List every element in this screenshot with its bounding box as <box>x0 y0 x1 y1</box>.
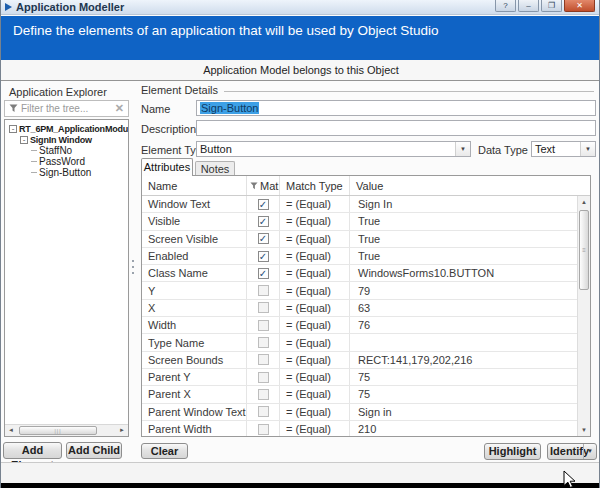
value-cell: True <box>350 231 577 247</box>
identify-button[interactable]: Identify ▼ <box>547 443 597 460</box>
mouse-cursor <box>563 470 577 488</box>
table-row[interactable]: X= (Equal)63 <box>142 300 577 317</box>
match-checkbox[interactable] <box>258 302 269 313</box>
match-checkbox-cell <box>247 300 280 316</box>
match-checkbox[interactable] <box>258 354 269 365</box>
help-button[interactable]: ? <box>495 0 516 12</box>
data-type-dropdown[interactable]: Text ▼ <box>531 141 596 157</box>
match-checkbox[interactable] <box>258 372 269 383</box>
divider <box>224 91 594 92</box>
value-cell <box>350 334 577 350</box>
scroll-left-icon[interactable]: ◄ <box>5 425 17 436</box>
tab-attributes[interactable]: Attributes <box>141 158 193 176</box>
match-checkbox-cell <box>247 386 280 402</box>
match-checkbox[interactable]: ✓ <box>258 216 269 227</box>
element-details-title: Element Details <box>141 84 218 96</box>
scrollbar-thumb[interactable]: ≡ <box>579 210 589 290</box>
match-type-cell: = (Equal) <box>280 300 350 316</box>
match-checkbox[interactable] <box>258 337 269 348</box>
match-checkbox[interactable]: ✓ <box>258 251 269 262</box>
match-checkbox-cell: ✓ <box>247 213 280 229</box>
table-row[interactable]: Parent Y= (Equal)75 <box>142 369 577 386</box>
add-element-button[interactable]: Add Element <box>3 442 62 459</box>
description-input[interactable] <box>196 120 596 136</box>
tree-item[interactable]: StaffNo <box>5 145 128 156</box>
tree-item[interactable]: -SignIn Window <box>5 134 128 145</box>
column-header-name[interactable]: Name <box>142 176 247 195</box>
match-checkbox[interactable] <box>258 389 269 400</box>
chevron-down-icon[interactable]: ▼ <box>455 142 470 156</box>
tree-item[interactable]: Sign-Button <box>5 167 128 178</box>
collapse-icon[interactable]: - <box>9 125 17 133</box>
name-label: Name <box>141 103 170 115</box>
table-row[interactable]: Parent X= (Equal)75 <box>142 386 577 403</box>
match-checkbox-cell <box>247 404 280 420</box>
table-row[interactable]: Parent Width= (Equal)210 <box>142 421 577 436</box>
chevron-down-icon[interactable]: ▼ <box>583 444 596 459</box>
panel-splitter[interactable] <box>131 256 135 278</box>
attribute-name-cell: Parent X <box>142 386 247 402</box>
table-row[interactable]: Width= (Equal)76 <box>142 317 577 334</box>
match-checkbox[interactable] <box>258 320 269 331</box>
table-vertical-scrollbar[interactable]: ▲ ≡ ▼ <box>577 196 590 436</box>
table-row[interactable]: Visible✓= (Equal)True <box>142 213 577 230</box>
clear-button[interactable]: Clear <box>141 443 188 459</box>
attribute-name-cell: Enabled <box>142 248 247 264</box>
tree-connector <box>31 172 37 173</box>
table-row[interactable]: Window Text✓= (Equal)Sign In <box>142 196 577 213</box>
scroll-up-icon[interactable]: ▲ <box>578 196 590 208</box>
tree-connector <box>31 150 37 151</box>
table-row[interactable]: Parent Window Text= (Equal)Sign in <box>142 404 577 421</box>
attributes-table: Name Mat... Match Type Value Window Text… <box>141 175 591 437</box>
match-checkbox[interactable]: ✓ <box>258 199 269 210</box>
match-checkbox[interactable] <box>258 424 269 435</box>
value-cell: Sign in <box>350 404 577 420</box>
table-row[interactable]: Type Name= (Equal) <box>142 334 577 351</box>
collapse-icon[interactable]: - <box>20 136 28 144</box>
tree-filter-input[interactable]: Filter the tree... ✕ <box>4 100 129 117</box>
match-checkbox[interactable] <box>258 406 269 417</box>
tree-horizontal-scrollbar[interactable]: ◄ ||| ► <box>5 424 128 436</box>
title-bar: Application Modeller ? – ❐ ✕ <box>1 0 600 15</box>
column-header-match-type[interactable]: Match Type <box>280 176 350 195</box>
match-type-cell: = (Equal) <box>280 231 350 247</box>
highlight-button[interactable]: Highlight <box>484 443 541 460</box>
tree-item[interactable]: -RT_6PM_ApplicationModuler <box>5 123 128 134</box>
tree-item-label: StaffNo <box>39 145 72 156</box>
maximize-button[interactable]: ❐ <box>541 0 562 12</box>
table-row[interactable]: Y= (Equal)79 <box>142 282 577 299</box>
minimize-button[interactable]: – <box>518 0 539 12</box>
name-input-value: Sign-Button <box>200 102 259 114</box>
column-header-match[interactable]: Mat... <box>247 176 280 195</box>
match-type-cell: = (Equal) <box>280 352 350 368</box>
match-checkbox-cell: ✓ <box>247 231 280 247</box>
close-button[interactable]: ✕ <box>564 0 595 12</box>
table-row[interactable]: Screen Bounds= (Equal)RECT:141,179,202,2… <box>142 352 577 369</box>
match-type-cell: = (Equal) <box>280 334 350 350</box>
tree-item-label: Sign-Button <box>39 167 91 178</box>
match-checkbox[interactable]: ✓ <box>258 233 269 244</box>
scroll-right-icon[interactable]: ► <box>116 425 128 436</box>
scroll-down-icon[interactable]: ▼ <box>578 424 590 436</box>
table-row[interactable]: Screen Visible✓= (Equal)True <box>142 231 577 248</box>
tree-item-label: SignIn Window <box>30 135 92 145</box>
window-title: Application Modeller <box>16 1 124 13</box>
column-header-value[interactable]: Value <box>350 176 590 195</box>
tree-item[interactable]: PassWord <box>5 156 128 167</box>
tab-notes[interactable]: Notes <box>195 161 235 176</box>
table-row[interactable]: Enabled✓= (Equal)True <box>142 248 577 265</box>
match-checkbox[interactable]: ✓ <box>258 268 269 279</box>
value-cell: 210 <box>350 421 577 436</box>
value-cell: 75 <box>350 369 577 385</box>
add-child-button[interactable]: Add Child <box>66 442 122 459</box>
element-type-dropdown[interactable]: Button ▼ <box>196 141 471 157</box>
match-checkbox[interactable] <box>258 285 269 296</box>
match-type-cell: = (Equal) <box>280 196 350 212</box>
value-cell: WindowsForms10.BUTTON <box>350 265 577 281</box>
app-icon <box>5 3 12 11</box>
clear-filter-icon[interactable]: ✕ <box>115 102 124 115</box>
table-row[interactable]: Class Name✓= (Equal)WindowsForms10.BUTTO… <box>142 265 577 282</box>
chevron-down-icon[interactable]: ▼ <box>580 142 595 156</box>
scrollbar-thumb[interactable]: ||| <box>19 426 97 435</box>
name-input[interactable]: Sign-Button <box>196 100 596 116</box>
